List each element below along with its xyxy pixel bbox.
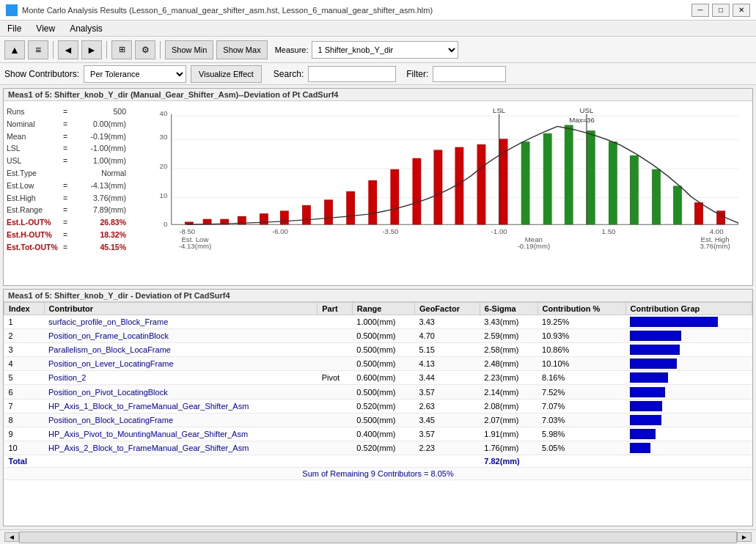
- cell-index: 7: [4, 399, 45, 413]
- stat-row: Est.Range = 7.89(mm): [7, 204, 129, 216]
- visualize-effect-button[interactable]: Visualize Effect: [191, 65, 262, 83]
- stat-value: 500: [71, 106, 129, 118]
- filter-input[interactable]: [433, 66, 506, 82]
- total-sigma: 7.82(mm): [480, 455, 537, 467]
- stat-eq: =: [61, 180, 70, 192]
- cell-part: [318, 385, 353, 399]
- stat-value: 18.32%: [71, 229, 129, 241]
- svg-rect-20: [368, 180, 377, 224]
- cell-sigma: 2.07(mm): [480, 413, 537, 427]
- cell-range: 0.500(mm): [352, 329, 414, 343]
- search-input[interactable]: [308, 66, 396, 82]
- svg-text:20: 20: [160, 163, 168, 169]
- show-min-button[interactable]: Show Min: [165, 40, 213, 59]
- svg-rect-28: [543, 133, 552, 224]
- table-icon-button[interactable]: ⊞: [111, 40, 132, 59]
- col-sigma: 6-Sigma: [480, 303, 537, 315]
- scroll-left-button[interactable]: ◄: [4, 532, 19, 542]
- show-max-button[interactable]: Show Max: [216, 40, 267, 59]
- cell-geofactor: 4.13: [414, 357, 480, 371]
- svg-rect-17: [302, 205, 311, 224]
- cell-range: 0.500(mm): [352, 357, 414, 371]
- svg-rect-30: [587, 131, 595, 224]
- contributors-select[interactable]: Per Tolerance Per Contributor: [84, 65, 186, 83]
- cell-bar: [625, 399, 752, 413]
- svg-text:-8.50: -8.50: [179, 228, 195, 235]
- svg-rect-36: [716, 210, 725, 224]
- stat-label: Runs: [7, 106, 59, 118]
- stat-value: -4.13(mm): [71, 180, 129, 192]
- total-label: Total: [4, 455, 480, 467]
- svg-rect-32: [630, 155, 639, 224]
- cell-bar: [625, 343, 752, 357]
- table-row: 9 HP_Axis_Pivot_to_MountingManual_Gear_S…: [4, 427, 752, 441]
- cell-pct: 19.25%: [537, 315, 625, 329]
- table-row: 6 Position_on_Pivot_LocatingBlock 0.500(…: [4, 385, 752, 399]
- stat-row: Est.Low = -4.13(mm): [7, 180, 129, 192]
- cell-part: [318, 427, 353, 441]
- cell-range: 0.520(mm): [352, 399, 414, 413]
- table-row: 4 Position_on_Lever_LocatingFrame 0.500(…: [4, 357, 752, 371]
- measure-select[interactable]: 1 Shifter_knob_Y_dir: [312, 41, 458, 59]
- stat-value: Normal: [71, 167, 129, 180]
- stat-label: Est.L-OUT%: [7, 216, 59, 229]
- stat-row: LSL = -1.00(mm): [7, 142, 129, 155]
- col-range: Range: [352, 303, 414, 315]
- cell-contributor: Position_on_Frame_LocatinBlock: [44, 329, 318, 343]
- cell-sigma: 2.23(mm): [480, 371, 537, 385]
- stat-row: Mean = -0.19(mm): [7, 131, 129, 143]
- cell-pct: 7.52%: [537, 385, 625, 399]
- cell-geofactor: 3.57: [414, 385, 480, 399]
- main-content: Meas1 of 5: Shifter_knob_Y_dir (Manual_G…: [0, 85, 756, 529]
- menu-view[interactable]: View: [32, 22, 59, 35]
- maximize-button[interactable]: □: [712, 4, 730, 17]
- cell-geofactor: 3.45: [414, 413, 480, 427]
- stats-panel: Runs = 500 Nominal = 0.00(mm) Mean = -0.…: [4, 101, 132, 282]
- stat-label: Est.Tot-OUT%: [7, 241, 59, 254]
- stat-eq: =: [61, 204, 70, 216]
- contributors-table-scroll[interactable]: Index Contributor Part Range GeoFactor 6…: [4, 302, 752, 526]
- arrow-right-button[interactable]: ►: [81, 40, 102, 59]
- cell-pct: 10.86%: [537, 343, 625, 357]
- stat-eq: =: [61, 142, 70, 155]
- search-label: Search:: [274, 69, 304, 79]
- table-row: 10 HP_Axis_2_Block_to_FrameManual_Gear_S…: [4, 441, 752, 455]
- cell-geofactor: 5.15: [414, 343, 480, 357]
- table-row: 7 HP_Axis_1_Block_to_FrameManual_Gear_Sh…: [4, 399, 752, 413]
- cell-geofactor: 3.44: [414, 371, 480, 385]
- stat-value: 7.89(mm): [71, 204, 129, 216]
- svg-rect-19: [346, 191, 355, 224]
- horizontal-scrollbar[interactable]: [19, 532, 737, 543]
- svg-rect-27: [521, 141, 530, 224]
- list-icon-button[interactable]: ≡: [28, 40, 48, 59]
- scroll-right-button[interactable]: ►: [737, 532, 752, 542]
- triangle-icon-button[interactable]: ▲: [4, 40, 25, 59]
- stat-eq: =: [61, 241, 70, 254]
- stat-label: LSL: [7, 142, 59, 155]
- cell-geofactor: 2.23: [414, 441, 480, 455]
- close-button[interactable]: ✕: [733, 4, 750, 17]
- gear-icon-button[interactable]: ⚙: [135, 40, 155, 59]
- stat-eq: =: [61, 155, 70, 167]
- svg-text:LSL: LSL: [493, 107, 505, 114]
- svg-text:Est. Low: Est. Low: [181, 236, 208, 243]
- cell-contributor: Parallelism_on_Block_LocaFrame: [44, 343, 318, 357]
- total-row: Total 7.82(mm): [4, 455, 752, 467]
- app-icon: [6, 4, 18, 16]
- minimize-button[interactable]: ─: [691, 4, 709, 17]
- cell-part: [318, 315, 353, 329]
- menu-file[interactable]: File: [3, 22, 26, 35]
- stat-eq: =: [61, 106, 70, 118]
- col-part: Part: [318, 303, 353, 315]
- cell-contributor: HP_Axis_1_Block_to_FrameManual_Gear_Shif…: [44, 399, 318, 413]
- cell-contributor: HP_Axis_Pivot_to_MountingManual_Gear_Shi…: [44, 427, 318, 441]
- toolbar: ▲ ≡ ◄ ► ⊞ ⚙ Show Min Show Max Measure: 1…: [0, 37, 756, 63]
- stat-label: Est.Range: [7, 204, 59, 216]
- stat-label: Est.H-OUT%: [7, 229, 59, 241]
- stat-label: Est.Type: [7, 167, 59, 180]
- cell-range: 0.600(mm): [352, 371, 414, 385]
- arrow-left-button[interactable]: ◄: [58, 40, 78, 59]
- menu-analysis[interactable]: Analysis: [65, 22, 107, 35]
- cell-sigma: 2.58(mm): [480, 343, 537, 357]
- svg-text:1.50: 1.50: [602, 228, 616, 235]
